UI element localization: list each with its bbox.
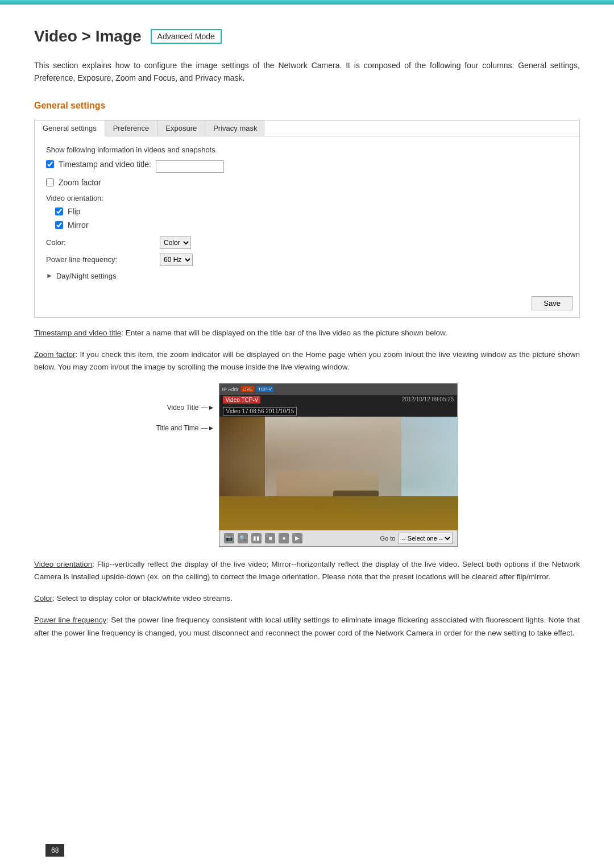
video-timestamp-text: 2012/10/12 09:05:25 <box>402 396 454 404</box>
timestamp-row: Timestamp and video title: <box>46 160 568 173</box>
color-body-text: : Select to display color or black/white… <box>52 594 233 603</box>
video-bottom-controls: 📷 🔍 ▮▮ ■ ● ▶ Go to -- Select one -- <box>219 530 457 546</box>
main-content: Video > Image Advanced Mode This section… <box>0 5 614 683</box>
power-paragraph: Power line frequency: Set the power line… <box>34 614 580 639</box>
video-tcp-badge: TCP-V <box>256 386 273 392</box>
tab-exposure[interactable]: Exposure <box>157 121 205 136</box>
orientation-body-text: : Flip--vertically reflect the display o… <box>34 560 580 581</box>
video-frame: IP Addr LIVE TCP-V Video TCP-V 2012/10/1… <box>219 383 458 547</box>
page-title: Video > Image <box>34 27 142 45</box>
video-top-ip-text: IP Addr <box>222 387 238 392</box>
tab-privacy-mask[interactable]: Privacy mask <box>205 121 265 136</box>
goto-label: Go to <box>380 535 396 542</box>
color-select[interactable]: Color B/W <box>160 236 191 249</box>
zoom-body-text: : If you check this item, the zoom indic… <box>34 350 580 371</box>
flip-label: Flip <box>68 207 81 216</box>
timestamp-heading: Timestamp and video title <box>34 329 121 337</box>
video-subtitle-bar: Video 17:08:56 2011/10/15 <box>219 405 457 417</box>
advanced-mode-button[interactable]: Advanced Mode <box>151 29 222 44</box>
orientation-paragraph: Video orientation: Flip--vertically refl… <box>34 558 580 584</box>
power-label: Power line frequency: <box>46 255 160 264</box>
power-select[interactable]: 60 Hz 50 Hz <box>160 254 193 266</box>
power-body-text: : Set the power line frequency consisten… <box>34 616 580 637</box>
ctrl-record-icon[interactable]: ● <box>279 533 289 543</box>
arrow-right-icon1: —► <box>201 404 215 412</box>
video-subtitle-text: Video 17:08:56 2011/10/15 <box>223 407 297 416</box>
power-row: Power line frequency: 60 Hz 50 Hz <box>46 254 568 266</box>
timestamp-paragraph: Timestamp and video title: Enter a name … <box>34 327 580 339</box>
timestamp-label: Timestamp and video title: <box>59 160 151 169</box>
title-time-label: Title and Time <box>156 424 199 432</box>
video-overlay <box>219 417 458 530</box>
zoom-checkbox[interactable] <box>46 178 54 186</box>
page-number: 68 <box>45 844 64 857</box>
arrow-right-icon2: —► <box>201 424 215 432</box>
ctrl-stop-icon[interactable]: ■ <box>265 533 275 543</box>
save-row: Save <box>35 292 579 317</box>
day-night-label: Day/Night settings <box>56 272 117 280</box>
timestamp-checkbox[interactable] <box>46 160 54 168</box>
video-title-label-row: Video Title —► <box>156 404 215 412</box>
mirror-label: Mirror <box>68 221 89 230</box>
flip-checkbox[interactable] <box>55 207 63 215</box>
color-row: Color: Color B/W <box>46 236 568 249</box>
show-info-label: Show following information in videos and… <box>46 146 568 154</box>
goto-select[interactable]: -- Select one -- <box>399 533 453 544</box>
video-title-text: Video TCP-V <box>223 396 260 404</box>
save-button[interactable]: Save <box>532 296 572 310</box>
video-image <box>219 417 458 530</box>
flip-row: Flip <box>55 207 568 216</box>
ctrl-snapshot-icon[interactable]: ▶ <box>292 533 302 543</box>
video-live-badge: LIVE <box>241 386 254 392</box>
color-heading: Color <box>34 594 52 603</box>
color-paragraph: Color: Select to display color or black/… <box>34 592 580 605</box>
video-demo: Video Title —► Title and Time —► IP Addr… <box>34 383 580 547</box>
title-time-label-row: Title and Time —► <box>156 424 215 432</box>
section-title: General settings <box>34 101 580 111</box>
mirror-row: Mirror <box>55 221 568 230</box>
ctrl-pause-icon[interactable]: ▮▮ <box>251 533 262 543</box>
tab-general-settings[interactable]: General settings <box>35 121 105 136</box>
video-labels: Video Title —► Title and Time —► <box>156 383 215 547</box>
timestamp-body-text: : Enter a name that will be displayed on… <box>121 329 447 337</box>
timestamp-checkbox-row: Timestamp and video title: <box>46 160 151 169</box>
day-night-row[interactable]: ► Day/Night settings <box>46 272 568 280</box>
video-title-label: Video Title <box>167 404 199 412</box>
zoom-paragraph: Zoom factor: If you check this item, the… <box>34 348 580 374</box>
video-content-bar: Video TCP-V 2012/10/12 09:05:25 <box>219 395 457 405</box>
panel-body: Show following information in videos and… <box>35 136 579 292</box>
ctrl-search-icon[interactable]: 🔍 <box>238 533 248 543</box>
orientation-heading: Video orientation <box>34 560 92 568</box>
settings-panel: General settings Preference Exposure Pri… <box>34 120 580 318</box>
expand-arrow-icon: ► <box>46 272 53 280</box>
description-text: This section explains how to configure t… <box>34 59 580 85</box>
zoom-checkbox-row: Zoom factor <box>46 178 568 187</box>
timestamp-text-input[interactable] <box>156 160 224 173</box>
tab-preference[interactable]: Preference <box>105 121 158 136</box>
video-top-bar: IP Addr LIVE TCP-V <box>219 384 457 395</box>
top-bar <box>0 0 614 5</box>
color-label: Color: <box>46 238 160 247</box>
tabs-row: General settings Preference Exposure Pri… <box>35 121 579 136</box>
orientation-label: Video orientation: <box>46 194 568 202</box>
page-header: Video > Image Advanced Mode <box>34 27 580 45</box>
mirror-checkbox[interactable] <box>55 221 63 229</box>
zoom-heading: Zoom factor <box>34 350 76 359</box>
zoom-label: Zoom factor <box>59 178 101 187</box>
ctrl-camera-icon[interactable]: 📷 <box>224 533 234 543</box>
power-heading: Power line frequency <box>34 616 106 624</box>
